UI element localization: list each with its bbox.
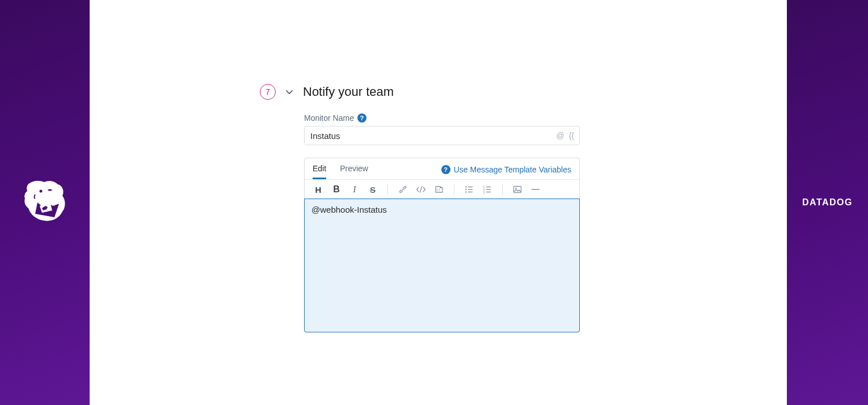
step-number-badge: 7 — [260, 84, 276, 100]
template-vars-link[interactable]: ? Use Message Template Variables — [441, 165, 571, 179]
bold-icon[interactable]: B — [331, 184, 342, 195]
monitor-name-label-row: Monitor Name ? — [304, 113, 580, 123]
svg-point-0 — [40, 190, 43, 193]
notify-form: Monitor Name ? @ {{ Edit Preview ? Use M… — [304, 113, 580, 332]
datadog-wordmark: DATADOG — [802, 197, 853, 208]
monitor-name-label: Monitor Name — [304, 113, 354, 123]
bullet-list-icon[interactable] — [464, 184, 475, 195]
svg-rect-13 — [514, 187, 521, 193]
image-icon[interactable] — [512, 184, 523, 195]
message-textarea[interactable]: @webhook-Instatus — [304, 199, 580, 332]
svg-point-2 — [465, 189, 466, 190]
italic-icon[interactable]: I — [349, 184, 360, 195]
right-brand-bar: DATADOG — [787, 0, 868, 405]
message-editor: Edit Preview ? Use Message Template Vari… — [304, 158, 580, 332]
toolbar-separator — [454, 184, 454, 195]
editor-tabs: Edit Preview ? Use Message Template Vari… — [305, 158, 579, 179]
section-header[interactable]: 7 Notify your team — [260, 84, 394, 100]
help-icon: ? — [441, 165, 450, 174]
code-icon[interactable] — [415, 184, 427, 195]
input-suffix-hints: @ {{ — [556, 131, 574, 140]
tab-edit[interactable]: Edit — [313, 164, 326, 179]
numbered-list-icon[interactable]: 123 — [482, 184, 493, 195]
svg-text:3: 3 — [483, 191, 485, 194]
link-icon[interactable] — [397, 184, 408, 195]
svg-point-1 — [465, 186, 466, 187]
content-pane: 7 Notify your team Monitor Name ? @ {{ E… — [90, 0, 787, 405]
template-vars-link-label: Use Message Template Variables — [454, 165, 571, 174]
toolbar-separator — [502, 184, 503, 195]
tab-preview[interactable]: Preview — [340, 164, 368, 179]
svg-point-3 — [465, 191, 466, 192]
monitor-name-input[interactable] — [304, 126, 580, 145]
left-brand-bar — [0, 0, 90, 405]
editor-toolbar: H B I S — [305, 179, 579, 199]
svg-point-14 — [515, 188, 516, 189]
strikethrough-icon[interactable]: S — [367, 184, 378, 195]
chevron-down-icon — [285, 87, 294, 96]
help-icon[interactable]: ? — [357, 113, 366, 123]
horizontal-rule-icon[interactable] — [530, 184, 541, 195]
toolbar-separator — [387, 184, 388, 195]
datadog-mascot-icon — [23, 179, 67, 226]
heading-icon[interactable]: H — [313, 184, 324, 195]
template-braces-hint[interactable]: {{ — [569, 131, 574, 140]
monitor-name-input-wrap: @ {{ — [304, 126, 580, 145]
code-block-icon[interactable] — [433, 184, 445, 195]
section-title: Notify your team — [303, 85, 394, 99]
at-hint[interactable]: @ — [556, 131, 564, 140]
